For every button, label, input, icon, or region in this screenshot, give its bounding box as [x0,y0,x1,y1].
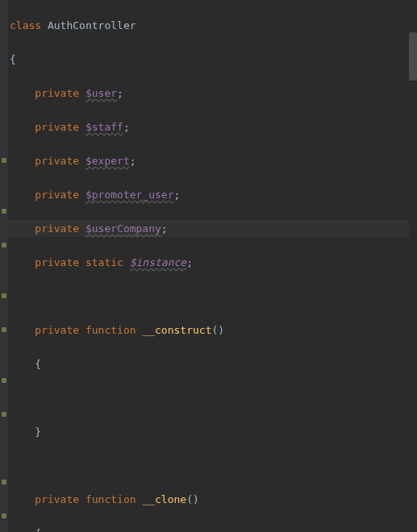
gutter-mark [2,513,6,518]
modifier: private static [10,256,130,268]
parens: () [186,493,199,505]
gutter-mark [2,327,6,332]
semicolon: ; [117,87,123,99]
fn-clone: __clone [142,493,186,505]
modifier: private [10,222,85,235]
gutter-mark [2,293,6,298]
property-user-company: $userCompany [85,222,161,235]
semicolon: ; [174,189,181,201]
gutter-mark [2,412,6,417]
class-name: AuthController [48,19,136,31]
semicolon: ; [186,256,193,268]
brace-open: { [10,527,41,532]
property-user: $user [85,87,117,99]
vertical-scrollbar[interactable] [409,0,417,532]
modifier: private function [10,324,142,336]
modifier: private function [10,493,142,505]
property-promoter-user: $promoter_user [85,189,174,201]
modifier: private [10,189,85,201]
modifier: private [10,155,85,167]
scrollbar-thumb[interactable] [409,32,417,81]
property-expert: $expert [85,155,130,167]
modifier: private [10,87,85,99]
fn-construct: __construct [142,324,211,336]
gutter-mark [2,209,6,214]
modifier: private [10,121,85,133]
semicolon: ; [123,121,130,133]
gutter-mark [2,158,6,163]
keyword-class: class [10,19,48,31]
property-staff: $staff [85,121,123,133]
code-editor[interactable]: class AuthController { private $user; pr… [8,0,409,532]
gutter-mark [2,480,6,484]
brace-open: { [10,358,41,370]
semicolon: ; [130,155,136,167]
semicolon: ; [161,222,168,235]
brace-open: { [10,53,16,65]
editor-gutter [0,0,8,532]
gutter-mark [2,378,6,383]
brace-close: } [10,426,41,438]
parens: () [211,324,224,336]
property-instance: $instance [130,256,186,268]
gutter-mark [2,243,6,247]
